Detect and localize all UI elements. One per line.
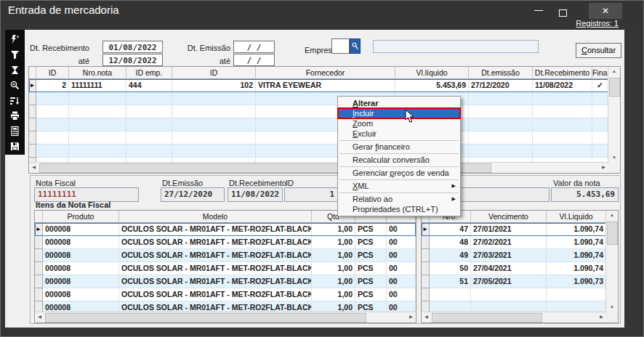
column-header-fornecedor[interactable]: Fornecedor (256, 67, 395, 79)
dt-recebimento-ate-input[interactable]: 12/08/2022 (102, 54, 163, 66)
row-selector[interactable] (422, 288, 430, 301)
column-header-nro-nota[interactable]: Nro.nota (69, 67, 126, 79)
row-selector[interactable] (35, 275, 43, 288)
column-header-vl-liquido[interactable]: Vl.Liquido (547, 211, 606, 223)
table-row[interactable] (422, 288, 606, 301)
print-button[interactable] (5, 108, 25, 123)
consultar-button[interactable]: Consultar (576, 43, 621, 58)
vertical-scrollbar[interactable]: ▲ ▼ (605, 211, 618, 312)
close-button[interactable]: ✕ (589, 3, 622, 19)
row-selector[interactable] (422, 275, 430, 288)
column-header-dt-emissao[interactable]: Dt.emissão (469, 67, 533, 79)
table-row[interactable]: 000008OCULOS SOLAR - MR01AFT - MET-RO2FL… (35, 288, 416, 301)
registros-link[interactable]: Registros: 1 (576, 19, 619, 28)
table-row[interactable]: 000008OCULOS SOLAR - MR01AFT - MET-RO2FL… (35, 249, 416, 262)
column-header[interactable] (29, 67, 36, 79)
menu-item-excluir[interactable]: Excluir (338, 129, 460, 139)
scroll-right-icon[interactable]: ▶ (406, 312, 416, 322)
calculator-button[interactable] (5, 123, 25, 139)
column-header-vl-liquido[interactable]: Vl.líquido (395, 67, 469, 79)
menu-item-alterar[interactable]: Alterar (338, 98, 460, 108)
scroll-right-icon[interactable]: ▶ (597, 312, 606, 322)
table-row[interactable]: 000008OCULOS SOLAR - MR01AFT - MET-RO2FL… (35, 275, 416, 288)
table-row[interactable]: ►4727/01/20211.090,74 (422, 223, 606, 236)
table-row[interactable] (29, 92, 608, 105)
row-selector[interactable] (35, 262, 43, 275)
row-selector[interactable] (422, 301, 430, 312)
row-selector[interactable] (29, 92, 36, 105)
dt-emissao-input[interactable]: / / (233, 41, 275, 53)
scrollbar-thumb[interactable] (432, 313, 542, 322)
row-selector[interactable] (29, 105, 36, 118)
row-selector[interactable]: ► (422, 223, 430, 236)
save-button[interactable] (5, 139, 25, 154)
table-row[interactable]: 000008OCULOS SOLAR - MR01AFT - MET-RO2FL… (35, 236, 416, 249)
scroll-left-icon[interactable]: ◀ (35, 312, 44, 322)
row-selector[interactable] (422, 236, 430, 249)
scroll-up-icon[interactable]: ▲ (606, 211, 618, 220)
table-row[interactable] (422, 301, 606, 312)
table-row[interactable]: ►211111111444102VITRA EYEWEAR5.453,6927/… (29, 79, 608, 92)
scrollbar-thumb[interactable] (607, 222, 618, 245)
column-header-id[interactable]: ID (172, 67, 256, 79)
menu-item-zoom[interactable]: Zoom (338, 118, 460, 129)
table-row[interactable] (29, 105, 608, 118)
minimize-button[interactable]: — (531, 7, 547, 18)
row-selector[interactable]: ► (35, 223, 43, 236)
menu-item-gerar-financeiro[interactable]: Gerar financeiro (338, 142, 460, 152)
horizontal-scrollbar[interactable]: ◀ ▶ (35, 312, 416, 322)
row-selector[interactable] (422, 249, 430, 262)
menu-item-recalcular-conversao[interactable]: Recalcular conversão (338, 155, 460, 165)
table-row[interactable] (29, 145, 608, 158)
table-row[interactable]: ►000008OCULOS SOLAR - MR01AFT - MET-RO2F… (35, 223, 416, 236)
column-header-finan[interactable]: Finan (592, 67, 608, 79)
scroll-right-icon[interactable]: ▶ (599, 163, 608, 173)
menu-item-gerenciar-precos-de-venda[interactable]: Gerenciar preços de venda (338, 168, 460, 178)
empresa-lookup-button[interactable] (350, 38, 361, 54)
table-row[interactable] (29, 118, 608, 131)
column-header-vencimento[interactable]: Vencimento (471, 211, 547, 223)
row-selector[interactable] (35, 236, 43, 249)
column-header-modelo[interactable]: Modelo (119, 211, 312, 223)
table-row[interactable]: 4827/02/20211.090,74 (422, 236, 606, 249)
scroll-left-icon[interactable]: ◀ (422, 312, 431, 322)
column-header-id[interactable]: ID (36, 67, 69, 79)
table-row[interactable]: 000008OCULOS SOLAR - MR01AFT - MET-RO2FL… (35, 301, 416, 312)
row-selector[interactable] (35, 249, 43, 262)
scroll-left-icon[interactable]: ◀ (29, 163, 39, 173)
scroll-down-icon[interactable]: ▼ (606, 303, 618, 312)
vertical-scrollbar[interactable]: ▲ ▼ (608, 67, 620, 163)
horizontal-scrollbar[interactable]: ◀ ▶ (29, 162, 608, 173)
row-selector[interactable]: ► (29, 79, 36, 92)
scroll-down-icon[interactable]: ▼ (608, 153, 620, 163)
table-row[interactable]: 4927/03/20211.090,74 (422, 249, 606, 262)
row-selector[interactable] (29, 118, 36, 131)
column-header-dt-recebimento[interactable]: Dt.Recebimento (533, 67, 592, 79)
table-row[interactable]: 5027/04/20211.090,74 (422, 262, 606, 275)
menu-item-propriedades-ctrl-t[interactable]: Propriedades (CTRL+T) (338, 204, 460, 214)
row-selector[interactable] (29, 131, 36, 145)
dt-emissao-ate-input[interactable]: / / (233, 54, 275, 66)
column-header[interactable] (35, 211, 43, 223)
table-row[interactable]: 5127/05/20211.090,73 (422, 275, 606, 288)
column-header-produto[interactable]: Produto (43, 211, 119, 223)
row-selector[interactable] (35, 288, 43, 301)
zoom-button[interactable] (5, 78, 25, 93)
empresa-code-input[interactable] (331, 38, 350, 54)
menu-item-relativo-ao[interactable]: Relativo ao▶ (338, 194, 460, 204)
column-header-id-emp[interactable]: ID emp. (126, 67, 172, 79)
scrollbar-thumb[interactable] (609, 78, 620, 97)
table-row[interactable]: 000008OCULOS SOLAR - MR01AFT - MET-RO2FL… (35, 262, 416, 275)
row-selector[interactable] (422, 262, 430, 275)
maximize-button[interactable] (555, 7, 571, 18)
hourglass-button[interactable] (5, 62, 25, 78)
row-selector[interactable] (29, 145, 36, 158)
sort-button[interactable] (5, 93, 25, 108)
scroll-up-icon[interactable]: ▲ (608, 67, 620, 76)
menu-item-xml[interactable]: XML▶ (338, 181, 460, 191)
row-selector[interactable] (35, 301, 43, 312)
table-row[interactable] (29, 131, 608, 145)
menu-item-incluir[interactable]: Incluir (338, 108, 460, 118)
scrollbar-thumb[interactable] (45, 313, 366, 322)
horizontal-scrollbar[interactable]: ◀ ▶ (422, 312, 606, 322)
